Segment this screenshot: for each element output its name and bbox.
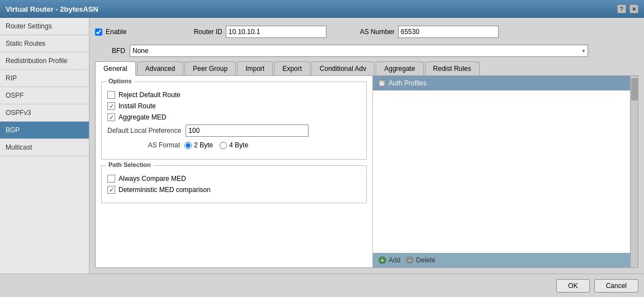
always-compare-med-label: Always Compare MED [119, 175, 186, 183]
as-format-radio-group: 2 Byte 4 Byte [184, 141, 248, 149]
title-bar-buttons: ? ✕ [617, 4, 638, 13]
sidebar-item-router-settings[interactable]: Router Settings [0, 18, 89, 35]
sidebar-item-bgp[interactable]: BGP [0, 122, 89, 139]
auth-profiles-header: ▦ Auth Profiles [373, 76, 630, 90]
aggregate-med-label: Aggregate MED [119, 113, 166, 121]
install-route-label: Install Route [119, 102, 156, 110]
window-title: Virtual Router - 2bytesASN [6, 5, 98, 13]
as-format-2byte-radio[interactable] [184, 142, 192, 149]
bfd-select[interactable]: None [130, 45, 588, 57]
sidebar-item-ospfv3[interactable]: OSPFv3 [0, 104, 89, 122]
router-id-group: Router ID [193, 26, 326, 38]
auth-profiles-footer: + Add − Delete [373, 253, 630, 267]
deterministic-med-label: Deterministic MED comparison [119, 186, 211, 194]
always-compare-med-row: Always Compare MED [107, 175, 361, 183]
as-format-row: AS Format 2 Byte 4 Byte [107, 141, 361, 149]
bfd-row: BFD None [95, 45, 638, 57]
main-window: Virtual Router - 2bytesASN ? ✕ Router Se… [0, 0, 644, 297]
router-id-label: Router ID [193, 28, 222, 36]
content-area: Enable Router ID AS Number BFD None [89, 18, 644, 274]
aggregate-med-row: Aggregate MED [107, 113, 361, 121]
tab-content: Options Reject Default Route Install Rou… [95, 76, 638, 268]
options-title: Options [106, 78, 134, 84]
deterministic-med-row: Deterministic MED comparison [107, 186, 361, 194]
tab-import[interactable]: Import [237, 61, 273, 75]
as-format-4byte-option[interactable]: 4 Byte [220, 141, 248, 149]
cancel-button[interactable]: Cancel [594, 279, 638, 293]
path-selection-title: Path Selection [106, 161, 153, 168]
add-label: Add [389, 256, 400, 264]
left-panel: Options Reject Default Route Install Rou… [96, 76, 373, 267]
right-panel: ▦ Auth Profiles + Add − Delete [373, 76, 630, 267]
as-number-label: AS Number [360, 28, 395, 36]
tab-aggregate[interactable]: Aggregate [376, 61, 423, 75]
router-id-input[interactable] [226, 26, 326, 38]
add-button[interactable]: + Add [378, 256, 400, 264]
reject-default-route-row: Reject Default Route [107, 91, 361, 99]
enable-checkbox[interactable] [95, 28, 102, 36]
scrollbar[interactable] [630, 76, 638, 267]
default-local-pref-input[interactable] [186, 124, 309, 137]
top-controls: Enable Router ID AS Number [95, 23, 638, 40]
tab-advanced[interactable]: Advanced [137, 61, 183, 75]
as-number-group: AS Number [360, 26, 499, 38]
aggregate-med-checkbox[interactable] [107, 113, 115, 121]
sidebar-item-multicast[interactable]: Multicast [0, 139, 89, 156]
default-local-pref-label: Default Local Preference [107, 127, 181, 135]
as-format-4byte-label: 4 Byte [229, 141, 248, 149]
as-format-2byte-label: 2 Byte [194, 141, 213, 149]
sidebar-item-static-routes[interactable]: Static Routes [0, 35, 89, 52]
as-number-input[interactable] [398, 26, 499, 38]
enable-group: Enable [95, 28, 126, 36]
always-compare-med-checkbox[interactable] [107, 175, 115, 183]
tab-general[interactable]: General [95, 61, 136, 76]
bfd-select-wrapper: None [130, 45, 588, 57]
as-format-4byte-radio[interactable] [220, 142, 227, 149]
tabs-row: General Advanced Peer Group Import Expor… [95, 61, 638, 76]
sidebar-item-redistribution-profile[interactable]: Redistribution Profile [0, 52, 89, 70]
close-button[interactable]: ✕ [629, 4, 638, 13]
sidebar: Router Settings Static Routes Redistribu… [0, 18, 89, 274]
delete-button[interactable]: − Delete [406, 256, 435, 264]
delete-icon: − [406, 256, 414, 264]
path-selection-section: Path Selection Always Compare MED Determ… [101, 165, 367, 203]
help-button[interactable]: ? [617, 4, 626, 13]
add-icon: + [378, 256, 386, 264]
reject-default-route-label: Reject Default Route [119, 91, 181, 99]
default-local-pref-row: Default Local Preference [107, 124, 361, 137]
as-format-2byte-option[interactable]: 2 Byte [184, 141, 213, 149]
install-route-row: Install Route [107, 102, 361, 110]
install-route-checkbox[interactable] [107, 102, 115, 110]
tab-export[interactable]: Export [274, 61, 310, 75]
tab-peer-group[interactable]: Peer Group [184, 61, 236, 75]
delete-label: Delete [416, 256, 435, 264]
bottom-bar: OK Cancel [0, 274, 644, 297]
scrollbar-thumb [631, 78, 638, 100]
ok-button[interactable]: OK [556, 279, 589, 293]
auth-profiles-title: Auth Profiles [389, 79, 427, 87]
auth-profiles-body [373, 90, 630, 253]
enable-label: Enable [106, 28, 126, 36]
sidebar-item-ospf[interactable]: OSPF [0, 87, 89, 104]
options-section: Options Reject Default Route Install Rou… [101, 82, 367, 160]
as-format-label: AS Format [107, 141, 180, 149]
main-content: Router Settings Static Routes Redistribu… [0, 18, 644, 274]
reject-default-route-checkbox[interactable] [107, 91, 115, 99]
bfd-label: BFD [112, 47, 125, 55]
auth-profiles-col-icon: ▦ [378, 80, 385, 87]
tab-redist-rules[interactable]: Redist Rules [425, 61, 480, 75]
tab-conditional-adv[interactable]: Conditional Adv [311, 61, 375, 75]
sidebar-item-rip[interactable]: RIP [0, 70, 89, 87]
deterministic-med-checkbox[interactable] [107, 186, 115, 194]
title-bar: Virtual Router - 2bytesASN ? ✕ [0, 0, 644, 18]
